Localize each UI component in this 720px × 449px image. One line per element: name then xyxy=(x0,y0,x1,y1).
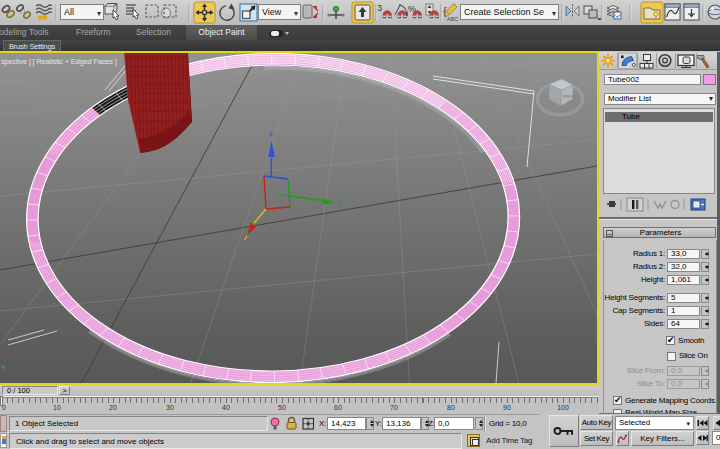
svg-text:FRONT: FRONT xyxy=(563,94,577,99)
svg-text:z: z xyxy=(269,129,273,138)
svg-text:ABC: ABC xyxy=(447,16,458,22)
svg-text:3: 3 xyxy=(377,3,382,13)
svg-text:Y: Y xyxy=(337,198,343,207)
svg-text:Y: Y xyxy=(1,364,6,371)
